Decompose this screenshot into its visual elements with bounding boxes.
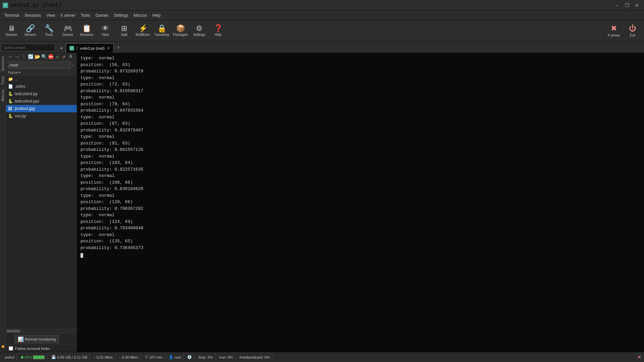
menu-view[interactable]: View xyxy=(44,12,58,19)
toolbar-multiexec-label: MultiExec xyxy=(136,33,150,37)
toolbar-tools-label: Tools xyxy=(45,33,53,37)
ok-button[interactable]: ✔ xyxy=(54,54,60,60)
file-list: 📁 .. 📄 .zshrc 🐍 ledcontrol.py 🐍 ledcontr… xyxy=(6,75,77,328)
path-input[interactable] xyxy=(8,62,71,68)
title-bar: U unitv2.py (root) − ❐ ✕ xyxy=(0,0,644,11)
horizontal-scrollbar[interactable] xyxy=(6,328,77,333)
nav-prev-icon[interactable]: ◀ xyxy=(60,46,62,51)
toolbar-exit[interactable]: ⏻ Exit xyxy=(624,21,641,40)
tab-unitv2[interactable]: U 2 unitv2.py (root) ✕ xyxy=(66,43,114,53)
toolbar-view[interactable]: 👁 View xyxy=(97,21,114,40)
menu-bar: Terminal Sessions View X server Tools Ga… xyxy=(0,11,644,20)
toolbar-settings-label: Settings xyxy=(193,33,205,37)
toolbar-right: ✖ X server ⏻ Exit xyxy=(605,21,641,40)
side-tab-tools[interactable]: Tools xyxy=(0,74,5,87)
scrollbar-thumb xyxy=(7,330,20,333)
folder-icon: 📁 xyxy=(8,77,13,81)
menu-xserver[interactable]: X server xyxy=(58,12,78,19)
status-upload: ↑ 0.01 Mb/s xyxy=(92,354,115,361)
toolbar-games-label: Games xyxy=(62,33,73,37)
tab-app-icon: U xyxy=(69,46,74,51)
side-tab-sessions[interactable]: Sessions xyxy=(0,54,5,73)
toolbar-sessions[interactable]: 📋 Sessions xyxy=(78,21,95,40)
search-button[interactable]: 🔍 xyxy=(41,54,47,60)
toolbar-split[interactable]: ⊞ Split xyxy=(115,21,133,40)
close-button[interactable]: ✕ xyxy=(633,2,641,9)
menu-macros[interactable]: Macros xyxy=(131,12,150,19)
toolbar-tunneling-label: Tunneling xyxy=(154,33,169,37)
file-item-ledcontrol-pyc[interactable]: 🐍 ledcontrol.pyc xyxy=(6,98,77,105)
status-download: ↓ 0.00 Mb/s xyxy=(117,354,141,361)
xserver-icon: ✖ xyxy=(611,24,617,33)
cpu-dot xyxy=(21,356,23,359)
status-close-button[interactable]: ✕ xyxy=(637,354,641,360)
refresh-button[interactable]: 🔄 xyxy=(28,54,34,60)
up-button[interactable]: ↑ xyxy=(21,54,27,60)
side-tab-macros[interactable]: Macros xyxy=(0,87,5,103)
toolbar-session[interactable]: 🖥 Session xyxy=(3,21,20,40)
app-name-label: unitv2 xyxy=(5,355,14,359)
toolbar-xserver-label: X server xyxy=(607,34,620,37)
menu-help[interactable]: Help xyxy=(150,12,163,19)
restore-button[interactable]: ❐ xyxy=(623,2,631,9)
help-icon: ❓ xyxy=(214,25,223,32)
cpu-progress-bar xyxy=(33,355,45,359)
terminal-output[interactable]: type: normalposition: (56, 63)probabilit… xyxy=(77,53,644,352)
tab-close-button[interactable]: ✕ xyxy=(107,46,110,51)
window-controls: − ❐ ✕ xyxy=(612,2,641,9)
delete-button[interactable]: ⛔ xyxy=(48,54,54,60)
status-tmp: /tmp: 3% xyxy=(196,354,215,361)
file-item-ledcontrol-py[interactable]: 🐍 ledcontrol.py xyxy=(6,90,77,98)
toolbar-sessions-label: Sessions xyxy=(80,33,94,37)
status-memory: 💾 0.05 GB / 0.11 GB xyxy=(49,354,90,361)
tab-label: unitv2.py (root) xyxy=(80,46,105,50)
menu-sessions[interactable]: Sessions xyxy=(22,12,44,19)
status-app-name: unitv2 xyxy=(3,354,17,361)
minimize-button[interactable]: − xyxy=(612,2,621,9)
forward-button[interactable]: → xyxy=(14,54,20,60)
back-button[interactable]: ← xyxy=(7,54,13,60)
new-folder-button[interactable]: 📂 xyxy=(34,54,40,60)
toolbar-xserver[interactable]: ✖ X server xyxy=(605,21,623,40)
time-icon: ⏱ xyxy=(145,355,148,359)
sessions-icon: 📋 xyxy=(82,25,91,32)
remote-monitoring-button[interactable]: 📊 Remote monitoring xyxy=(15,335,59,343)
file-icon-ledcontrol-pyc: 🐍 xyxy=(8,99,13,104)
status-user: 👤 root xyxy=(167,354,183,361)
file-icon-ledcontrol: 🐍 xyxy=(8,92,13,96)
file-item-product-jpg[interactable]: 🖼 product.jpg xyxy=(6,105,77,112)
remote-monitoring-label: Remote monitoring xyxy=(25,337,56,341)
cancel-button[interactable]: ✗ xyxy=(61,54,67,60)
quick-connect-input[interactable] xyxy=(2,46,55,50)
toolbar-games[interactable]: 🎮 Games xyxy=(59,21,76,40)
follow-folder-checkbox[interactable] xyxy=(9,346,13,351)
menu-tools[interactable]: Tools xyxy=(78,12,93,19)
tab-num: 2 xyxy=(76,46,78,50)
menu-settings[interactable]: Settings xyxy=(111,12,131,19)
file-item-parent[interactable]: 📁 .. xyxy=(6,75,77,83)
run-label: /run: 0% xyxy=(219,355,233,359)
menu-games[interactable]: Games xyxy=(93,12,111,19)
toolbar-help[interactable]: ❓ Help xyxy=(209,21,227,40)
rename-button[interactable]: A xyxy=(68,54,74,60)
new-tab-button[interactable]: + xyxy=(114,43,123,53)
tunneling-icon: 🔒 xyxy=(157,25,166,32)
toolbar-servers[interactable]: 🔗 Servers xyxy=(21,21,39,40)
mem-icon: 💾 xyxy=(51,355,56,359)
upload-label: 0.01 Mb/s xyxy=(97,355,113,359)
main-content: Sessions Tools Macros ← → ↑ 🔄 📂 🔍 ⛔ ✔ ✗ … xyxy=(0,53,644,352)
toolbar-tools[interactable]: 🔧 Tools xyxy=(40,21,58,40)
menu-terminal[interactable]: Terminal xyxy=(1,12,22,19)
follow-folder-label[interactable]: Follow terminal folder xyxy=(15,347,50,351)
toolbar-tunneling[interactable]: 🔒 Tunneling xyxy=(153,21,170,40)
toolbar-packages[interactable]: 📦 Packages xyxy=(172,21,189,40)
file-name-ledcontrol-pyc: ledcontrol.pyc xyxy=(15,99,40,104)
toolbar-multiexec[interactable]: ⚡ MultiExec xyxy=(134,21,152,40)
file-toolbar: ← → ↑ 🔄 📂 🔍 ⛔ ✔ ✗ A xyxy=(6,53,77,61)
toolbar-settings[interactable]: ⚙ Settings xyxy=(191,21,208,40)
exit-icon: ⏻ xyxy=(629,24,636,33)
file-name-zshrc: .zshrc xyxy=(15,84,25,89)
file-item-run-py[interactable]: 🐍 run.py xyxy=(6,112,77,120)
status-cpu: 95% xyxy=(19,354,47,361)
file-item-zshrc[interactable]: 📄 .zshrc xyxy=(6,83,77,90)
